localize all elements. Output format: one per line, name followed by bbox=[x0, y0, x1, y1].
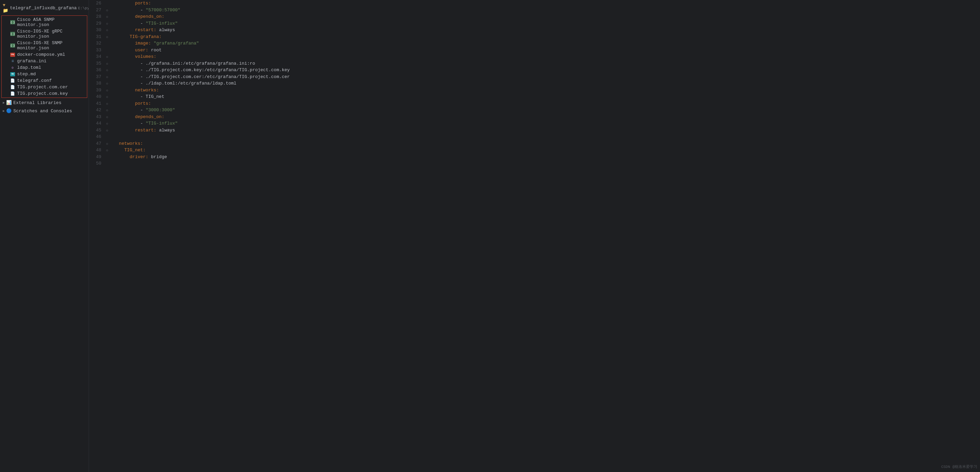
sidebar-item-scratches[interactable]: ▶ 🔵 Scratches and Consoles bbox=[0, 107, 89, 115]
scratches-label: Scratches and Consoles bbox=[13, 108, 72, 114]
code-line: 26 ports: bbox=[89, 0, 980, 7]
gutter: ◇ bbox=[105, 27, 111, 33]
file-item[interactable]: { }Cisco ASA SNMP monitor.json bbox=[2, 16, 87, 28]
code-content: volumes: bbox=[111, 53, 980, 60]
file-item[interactable]: { }Cisco-IOS-XE SNMP monitor.json bbox=[2, 40, 87, 51]
line-number: 49 bbox=[89, 154, 105, 161]
code-line: 30◇ restart: always bbox=[89, 27, 980, 33]
file-name: step.md bbox=[17, 72, 36, 77]
gutter-icon: ◇ bbox=[106, 29, 108, 32]
line-number: 37 bbox=[89, 73, 105, 80]
md-icon: MD bbox=[10, 72, 15, 77]
code-line: 31◇ TIG-grafana: bbox=[89, 33, 980, 40]
code-line: 49 driver: bridge bbox=[89, 154, 980, 161]
gutter: ◇ bbox=[105, 33, 111, 40]
gutter-icon: ◇ bbox=[106, 115, 108, 119]
gutter-icon: ◇ bbox=[106, 22, 108, 26]
code-line: 41◇ ports: bbox=[89, 100, 980, 107]
gutter-icon: ◇ bbox=[106, 15, 108, 19]
file-item[interactable]: ≡grafana.ini bbox=[2, 58, 87, 64]
editor: 26 ports:27◇ - "57000:57000"28◇ depends_… bbox=[89, 0, 980, 472]
file-item[interactable]: 📄telegraf.conf bbox=[2, 77, 87, 84]
toml-icon: ⚙ bbox=[12, 66, 14, 70]
file-name: ldap.toml bbox=[17, 65, 41, 70]
code-line: 29◇ - "TIG-influx" bbox=[89, 20, 980, 27]
line-number: 32 bbox=[89, 40, 105, 47]
code-line: 36◇ - ./TIG.project.com.key:/etc/grafana… bbox=[89, 67, 980, 73]
gutter-icon: ◇ bbox=[106, 62, 108, 66]
expand-icon: ▶ bbox=[3, 100, 5, 105]
code-content: TIG_net: bbox=[111, 147, 980, 154]
code-content: - "TIG-influx" bbox=[111, 20, 980, 27]
file-icon-default: 📄 bbox=[10, 91, 15, 96]
gutter-icon: ◇ bbox=[106, 69, 108, 72]
file-item[interactable]: 📄TIG.project.com.cer bbox=[2, 84, 87, 90]
bars-icon: 📊 bbox=[6, 100, 12, 105]
gutter: ◇ bbox=[105, 93, 111, 100]
code-content: TIG-grafana: bbox=[111, 33, 980, 40]
code-line: 44◇ - "TIG-influx" bbox=[89, 120, 980, 127]
project-root[interactable]: ▼ 📁 telegraf_influxdb_grafana E:\pycharm… bbox=[0, 2, 89, 15]
gutter bbox=[105, 0, 111, 7]
code-content: depends_on: bbox=[111, 13, 980, 20]
project-path: E:\pycharm2021\telegraf_influx bbox=[78, 6, 89, 10]
project-name: telegraf_influxdb_grafana bbox=[10, 5, 76, 11]
gutter: ◇ bbox=[105, 100, 111, 107]
gutter-icon: ◇ bbox=[106, 108, 108, 112]
line-number: 28 bbox=[89, 13, 105, 20]
file-item[interactable]: YMLdocker-compose.yml bbox=[2, 51, 87, 58]
yml-icon: YML bbox=[10, 53, 15, 57]
gutter bbox=[105, 134, 111, 140]
code-content: - ./ldap.toml:/etc/grafana/ldap.toml bbox=[111, 80, 980, 87]
file-name: grafana.ini bbox=[17, 59, 46, 64]
code-content: depends_on: bbox=[111, 114, 980, 121]
gutter: ◇ bbox=[105, 147, 111, 154]
line-number: 31 bbox=[89, 33, 105, 40]
gutter: ◇ bbox=[105, 120, 111, 127]
gutter-icon: ◇ bbox=[106, 142, 108, 146]
code-content: ports: bbox=[111, 100, 980, 107]
code-line: 28◇ depends_on: bbox=[89, 13, 980, 20]
code-line: 37◇ - ./TIG.project.com.cer:/etc/grafana… bbox=[89, 73, 980, 80]
file-item[interactable]: MDstep.md bbox=[2, 71, 87, 77]
file-name: telegraf.conf bbox=[17, 78, 52, 83]
line-number: 42 bbox=[89, 107, 105, 114]
line-number: 30 bbox=[89, 27, 105, 33]
file-name: Cisco ASA SNMP monitor.json bbox=[17, 17, 84, 27]
line-number: 50 bbox=[89, 160, 105, 167]
code-line: 32 image: "grafana/grafana" bbox=[89, 40, 980, 47]
gutter: ◇ bbox=[105, 7, 111, 14]
sidebar-item-external-libraries[interactable]: ▶ 📊 External Libraries bbox=[0, 99, 89, 107]
line-number: 26 bbox=[89, 0, 105, 7]
sidebar: ▼ 📁 telegraf_influxdb_grafana E:\pycharm… bbox=[0, 0, 89, 472]
line-number: 41 bbox=[89, 100, 105, 107]
gutter: ◇ bbox=[105, 114, 111, 121]
code-line: 42◇ - "3000:3000" bbox=[89, 107, 980, 114]
json-icon: { } bbox=[10, 43, 15, 48]
file-item[interactable]: ⚙ldap.toml bbox=[2, 64, 87, 71]
gutter bbox=[105, 154, 111, 161]
line-number: 33 bbox=[89, 47, 105, 54]
external-libraries-label: External Libraries bbox=[13, 100, 61, 105]
gutter-icon: ◇ bbox=[106, 129, 108, 132]
code-content: - ./grafana.ini:/etc/grafana/grafana.ini… bbox=[111, 60, 980, 67]
file-item[interactable]: 📄TIG.project.com.key bbox=[2, 90, 87, 97]
code-content: - ./TIG.project.com.cer:/etc/grafana/TIG… bbox=[111, 73, 980, 80]
code-container: 26 ports:27◇ - "57000:57000"28◇ depends_… bbox=[89, 0, 980, 167]
code-line: 39◇ networks: bbox=[89, 87, 980, 94]
gutter-icon: ◇ bbox=[106, 95, 108, 99]
code-content: restart: always bbox=[111, 127, 980, 134]
gutter bbox=[105, 47, 111, 54]
code-line: 47◇ networks: bbox=[89, 140, 980, 147]
line-number: 27 bbox=[89, 7, 105, 14]
gutter: ◇ bbox=[105, 20, 111, 27]
code-line: 50 bbox=[89, 160, 980, 167]
gutter-icon: ◇ bbox=[106, 102, 108, 106]
gutter: ◇ bbox=[105, 127, 111, 134]
gutter: ◇ bbox=[105, 107, 111, 114]
line-number: 34 bbox=[89, 53, 105, 60]
file-item[interactable]: { }Cisco-IOS-XE gRPC monitor.json bbox=[2, 28, 87, 40]
gutter-icon: ◇ bbox=[106, 89, 108, 92]
line-number: 43 bbox=[89, 114, 105, 121]
gutter: ◇ bbox=[105, 67, 111, 73]
